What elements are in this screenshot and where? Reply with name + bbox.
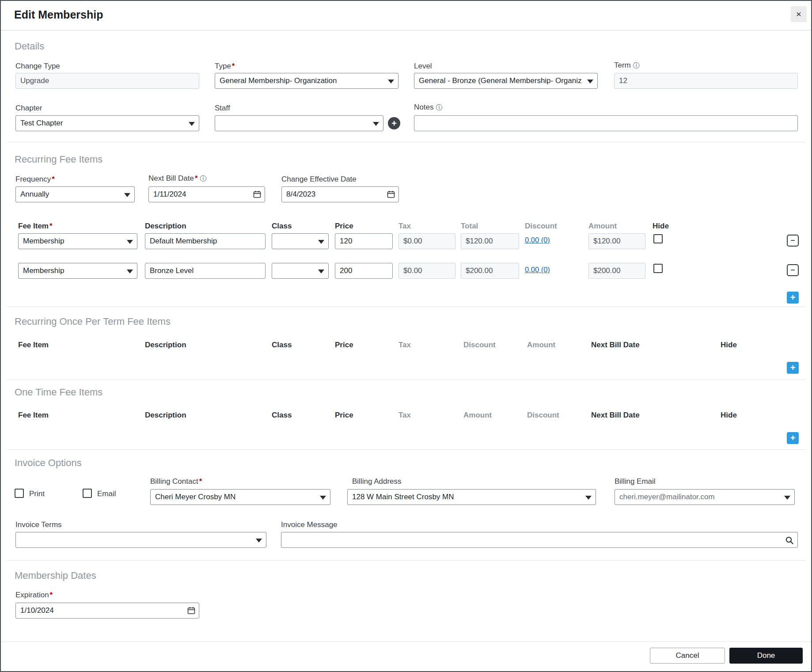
section-divider [7, 560, 805, 561]
fee-item-select[interactable]: Membership [18, 263, 137, 279]
info-icon: ⓘ [200, 175, 207, 182]
col-fee-item: Fee Item [18, 341, 49, 349]
change-effective-date-input[interactable] [281, 186, 399, 202]
chevron-down-icon [585, 496, 592, 500]
total-input [461, 233, 519, 249]
next-bill-date-input[interactable] [148, 186, 265, 202]
invoice-message-input[interactable] [281, 532, 798, 548]
notes-input[interactable] [414, 115, 798, 131]
fee-item-select[interactable]: Membership [18, 233, 137, 249]
required-marker: * [50, 591, 53, 599]
chevron-down-icon [373, 122, 379, 126]
staff-select[interactable] [215, 115, 383, 131]
cancel-button[interactable]: Cancel [650, 648, 725, 664]
col-price: Price [335, 222, 353, 231]
print-checkbox[interactable] [15, 489, 24, 498]
col-class: Class [272, 411, 292, 420]
chapter-label: Chapter [15, 104, 42, 113]
expiration-input[interactable] [15, 603, 199, 619]
remove-row-button[interactable]: − [787, 264, 799, 276]
description-input[interactable] [145, 263, 266, 279]
details-heading: Details [15, 41, 44, 52]
col-total: Total [461, 222, 478, 231]
total-input [461, 263, 519, 279]
amount-input [588, 233, 645, 249]
add-once-per-term-fee-item-button[interactable]: + [787, 362, 799, 374]
required-marker: * [232, 62, 235, 70]
col-amount: Amount [588, 222, 617, 231]
hide-checkbox[interactable] [653, 264, 663, 273]
invoice-terms-select[interactable] [15, 532, 266, 548]
required-marker: * [195, 174, 198, 182]
amount-input [588, 263, 645, 279]
change-type-label: Change Type [15, 62, 60, 71]
billing-email-select[interactable]: cheri.meyer@mailinator.com [615, 489, 795, 505]
expiration-field [15, 603, 199, 619]
col-tax: Tax [398, 411, 411, 420]
col-discount: Discount [527, 411, 559, 420]
col-tax: Tax [398, 222, 411, 231]
add-staff-button[interactable]: + [388, 117, 400, 129]
header-divider [1, 30, 811, 30]
done-button[interactable]: Done [729, 648, 803, 664]
class-select[interactable] [272, 263, 329, 279]
plus-icon: + [790, 292, 796, 303]
term-label: Termⓘ [614, 61, 640, 70]
section-divider [7, 449, 805, 450]
price-input[interactable] [335, 233, 393, 249]
section-divider [7, 307, 805, 307]
next-bill-date-field [148, 186, 265, 202]
chevron-down-icon [784, 496, 790, 500]
invoice-terms-label: Invoice Terms [15, 520, 62, 529]
email-checkbox[interactable] [83, 489, 92, 498]
col-amount: Amount [527, 341, 555, 349]
section-divider [7, 380, 805, 380]
remove-row-button[interactable]: − [787, 235, 799, 247]
price-input[interactable] [335, 263, 393, 279]
col-class: Class [272, 222, 292, 231]
col-discount: Discount [463, 341, 496, 349]
one-time-heading: One Time Fee Items [15, 387, 102, 398]
col-next-bill-date: Next Bill Date [591, 341, 640, 349]
col-next-bill-date: Next Bill Date [591, 411, 640, 420]
plus-icon: + [391, 118, 397, 129]
frequency-select[interactable]: Annually [15, 186, 135, 202]
modal-title: Edit Membership [14, 8, 103, 21]
chevron-down-icon [127, 240, 133, 244]
discount-link[interactable]: 0.00 (0) [525, 236, 550, 244]
invoice-message-label: Invoice Message [281, 520, 338, 529]
term-input[interactable] [614, 73, 798, 89]
col-price: Price [335, 411, 353, 420]
col-tax: Tax [398, 341, 411, 349]
level-select[interactable]: General - Bronze (General Membership- Or… [414, 73, 598, 89]
class-select[interactable] [272, 233, 329, 249]
type-label: Type* [215, 62, 235, 71]
close-button[interactable]: × [791, 6, 807, 22]
print-label: Print [29, 490, 45, 498]
chevron-down-icon [318, 270, 324, 273]
billing-address-select[interactable]: 128 W Main Street Crosby MN [347, 489, 596, 505]
discount-link[interactable]: 0.00 (0) [525, 266, 550, 274]
col-hide: Hide [721, 411, 737, 420]
add-one-time-fee-item-button[interactable]: + [787, 432, 799, 444]
tax-input [398, 263, 455, 279]
frequency-label: Frequency* [15, 175, 55, 184]
required-marker: * [52, 175, 55, 183]
add-recurring-fee-item-button[interactable]: + [787, 292, 799, 304]
hide-checkbox[interactable] [653, 234, 663, 243]
chevron-down-icon [127, 270, 133, 273]
type-select[interactable]: General Membership- Organization [215, 73, 398, 89]
info-icon: ⓘ [436, 103, 442, 111]
section-divider [7, 142, 805, 142]
change-type-input[interactable] [15, 73, 199, 89]
description-input[interactable] [145, 233, 266, 249]
col-amount: Amount [463, 411, 492, 420]
billing-address-label: Billing Address [352, 477, 402, 486]
required-marker: * [199, 477, 202, 486]
col-hide: Hide [653, 222, 669, 231]
chapter-select[interactable]: Test Chapter [15, 115, 199, 131]
tax-input [398, 233, 455, 249]
billing-contact-select[interactable]: Cheri Meyer Crosby MN [150, 489, 330, 505]
change-effective-date-label: Change Effective Date [281, 175, 357, 184]
minus-icon: − [790, 266, 795, 275]
